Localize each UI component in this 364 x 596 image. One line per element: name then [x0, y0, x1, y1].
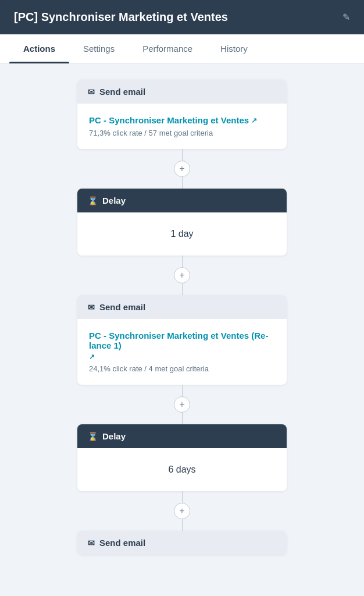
send-email-label-1: Send email [99, 87, 145, 97]
connector-line-1b [182, 177, 183, 189]
email-stats-2: 24,1% click rate / 4 met goal criteria [89, 364, 275, 373]
send-email-header-3: Send email [77, 531, 287, 555]
tab-actions[interactable]: Actions [9, 34, 69, 63]
send-email-header-2: Send email [77, 295, 287, 319]
email-stats-1: 71,3% click rate / 57 met goal criteria [89, 129, 275, 137]
tab-performance[interactable]: Performance [129, 34, 206, 63]
connector-line-3 [182, 385, 183, 396]
external-link-icon-2: ↗ [89, 353, 95, 361]
send-email-body-2: PC - Synchroniser Marketing et Ventes (R… [77, 319, 287, 385]
workflow-step-5: Send email [35, 531, 329, 555]
send-email-card-1: Send email PC - Synchroniser Marketing e… [77, 80, 287, 149]
send-email-card-2: Send email PC - Synchroniser Marketing e… [77, 295, 287, 385]
delay-header-2: Delay [77, 424, 287, 448]
email-link-text-1: PC - Synchroniser Marketing et Ventes [89, 115, 249, 125]
connector-line-4 [182, 491, 183, 503]
delay-card-2: Delay 6 days [77, 424, 287, 491]
delay-icon-1 [88, 196, 98, 205]
envelope-icon-2 [88, 302, 95, 312]
delay-body-1: 1 day [77, 212, 287, 256]
connector-line-4b [182, 519, 183, 531]
envelope-icon-3 [88, 538, 95, 548]
delay-label-2: Delay [102, 431, 126, 441]
workflow-step-3: Send email PC - Synchroniser Marketing e… [35, 295, 329, 385]
add-step-button-2[interactable]: + [174, 267, 190, 283]
edit-icon[interactable]: ✎ [342, 12, 350, 23]
workflow-canvas: Send email PC - Synchroniser Marketing e… [0, 63, 364, 571]
page-title: [PC] Synchroniser Marketing et Ventes [14, 10, 336, 24]
delay-label-1: Delay [102, 196, 126, 205]
connector-3: + [174, 385, 190, 424]
envelope-icon-1 [88, 87, 95, 97]
send-email-card-3: Send email [77, 531, 287, 555]
email-link-text-2: PC - Synchroniser Marketing et Ventes (R… [89, 331, 275, 350]
add-step-button-3[interactable]: + [174, 396, 190, 413]
external-link-icon-1: ↗ [251, 116, 257, 125]
email-link-1[interactable]: PC - Synchroniser Marketing et Ventes ↗ [89, 115, 275, 125]
delay-icon-2 [88, 431, 98, 441]
workflow-step-2: Delay 1 day [35, 189, 329, 256]
connector-line-1 [182, 149, 183, 161]
connector-line-2 [182, 256, 183, 267]
workflow-step-4: Delay 6 days [35, 424, 329, 491]
connector-1: + [174, 149, 190, 189]
send-email-header-1: Send email [77, 80, 287, 104]
delay-value-1: 1 day [170, 229, 193, 239]
tab-settings[interactable]: Settings [69, 34, 129, 63]
delay-header-1: Delay [77, 189, 287, 212]
page-header: [PC] Synchroniser Marketing et Ventes ✎ [0, 0, 364, 34]
connector-4: + [174, 491, 190, 531]
delay-card-1: Delay 1 day [77, 189, 287, 256]
add-step-button-4[interactable]: + [174, 503, 190, 519]
delay-value-2: 6 days [168, 464, 195, 474]
delay-body-2: 6 days [77, 448, 287, 491]
connector-line-2b [182, 283, 183, 295]
tab-bar: Actions Settings Performance History [0, 34, 364, 63]
connector-line-3b [182, 413, 183, 424]
send-email-label-3: Send email [99, 538, 145, 548]
add-step-button-1[interactable]: + [174, 161, 190, 177]
workflow-step-1: Send email PC - Synchroniser Marketing e… [35, 80, 329, 149]
connector-2: + [174, 256, 190, 295]
email-link-2[interactable]: PC - Synchroniser Marketing et Ventes (R… [89, 331, 275, 361]
send-email-body-1: PC - Synchroniser Marketing et Ventes ↗ … [77, 104, 287, 149]
tab-history[interactable]: History [206, 34, 262, 63]
send-email-label-2: Send email [99, 302, 145, 312]
